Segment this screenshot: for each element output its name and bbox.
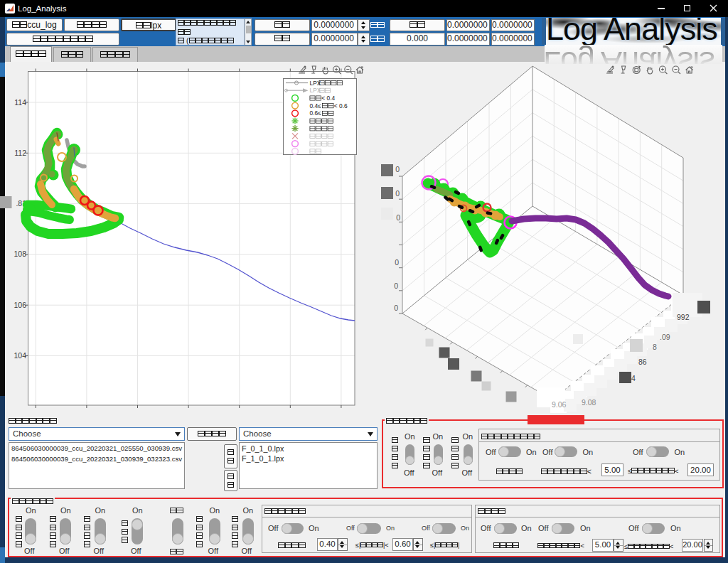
svg-text:.09: .09 [660,333,670,341]
svg-text:< 0.6: < 0.6 [334,102,348,109]
svg-text:0: 0 [395,165,400,173]
svg-text:106: 106 [14,301,26,309]
svg-text:9.06: 9.06 [552,400,567,409]
svg-text:< 0.4: < 0.4 [321,95,335,102]
svg-text:0: 0 [396,213,400,222]
svg-text:9.08: 9.08 [582,398,596,407]
svg-text:112: 112 [14,149,26,157]
svg-text:86: 86 [638,358,647,366]
svg-text:0: 0 [395,189,400,198]
svg-text:104: 104 [14,351,26,360]
svg-text:0.4≤: 0.4≤ [310,102,322,109]
svg-text:0: 0 [395,258,399,267]
svg-text:0: 0 [394,282,398,290]
svg-text:4: 4 [631,374,636,382]
svg-text:8: 8 [653,343,657,351]
svg-text:0.6≤: 0.6≤ [310,109,322,117]
svg-text:114: 114 [14,98,26,107]
svg-text:0: 0 [394,304,398,312]
svg-text:992: 992 [677,313,690,321]
svg-text:108: 108 [14,250,26,258]
